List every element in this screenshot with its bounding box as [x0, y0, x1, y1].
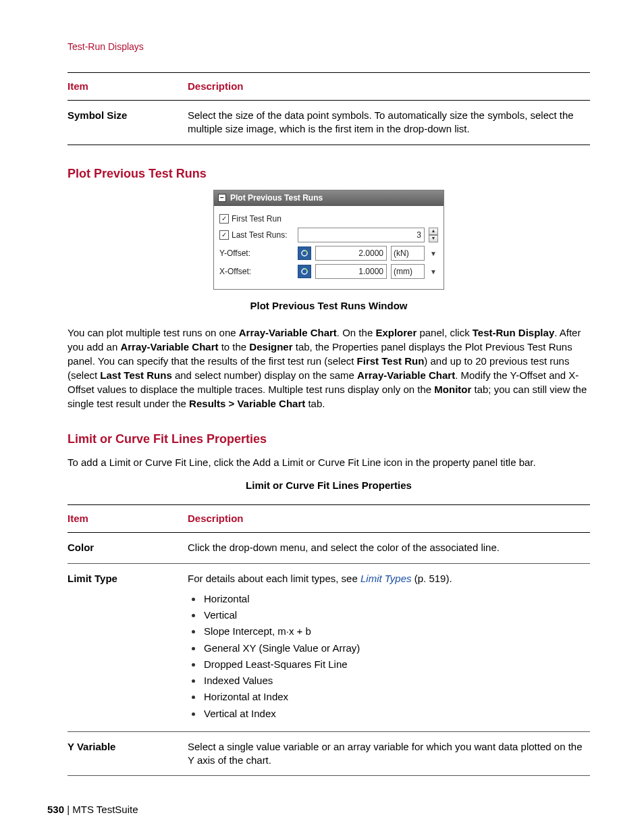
table-row: Symbol Size Select the size of the data …	[68, 101, 590, 145]
list-item: Dropped Least-Squares Fit Line	[203, 658, 585, 671]
list-item: Indexed Values	[203, 674, 585, 687]
last-test-runs-label: Last Test Runs:	[232, 230, 288, 240]
page-footer: 530 | MTS TestSuite	[47, 803, 597, 816]
list-item: General XY (Single Value or Array)	[203, 642, 585, 655]
running-header: Test-Run Displays	[68, 41, 597, 53]
table-row: Y Variable Select a single value variabl…	[68, 732, 590, 776]
table-header-description: Description	[188, 73, 590, 100]
first-test-run-label: First Test Run	[232, 213, 281, 224]
list-item: Slope Intercept, m·x + b	[203, 625, 585, 638]
description-cell: Select a single value variable or an arr…	[188, 732, 590, 776]
item-cell: Limit Type	[68, 564, 188, 731]
description-cell: For details about each limit types, see …	[188, 564, 590, 731]
rule	[68, 775, 590, 776]
table-header-description: Description	[188, 505, 590, 532]
table-header-item: Item	[68, 73, 188, 100]
list-item: Horizontal at Index	[203, 690, 585, 704]
last-test-runs-input[interactable]: 3	[298, 228, 425, 242]
x-offset-label: X-Offset:	[219, 266, 294, 277]
item-cell: Y Variable	[68, 732, 188, 776]
x-offset-picker-icon[interactable]	[298, 265, 311, 278]
spinner-control[interactable]: ▲▼	[429, 228, 438, 242]
item-cell: Color	[68, 533, 188, 563]
x-offset-unit[interactable]: (mm)	[391, 264, 425, 279]
last-test-runs-checkbox[interactable]: ✓	[219, 230, 229, 240]
collapse-icon[interactable]: −	[218, 194, 226, 202]
section-heading-plot-previous: Plot Previous Test Runs	[68, 165, 590, 182]
panel-titlebar[interactable]: − Plot Previous Test Runs	[214, 190, 444, 206]
section-heading-limit-curve: Limit or Curve Fit Lines Properties	[68, 431, 590, 447]
product-name: MTS TestSuite	[72, 804, 138, 815]
table-row: Color Click the drop-down menu, and sele…	[68, 533, 590, 563]
list-item: Vertical at Index	[203, 707, 585, 721]
plot-previous-panel: − Plot Previous Test Runs ✓ First Test R…	[213, 190, 444, 290]
panel-title-text: Plot Previous Test Runs	[230, 192, 323, 203]
limit-properties-table: Item Description Color Click the drop-do…	[68, 505, 590, 776]
y-offset-unit[interactable]: (kN)	[391, 246, 425, 261]
y-offset-picker-icon[interactable]	[298, 246, 311, 260]
description-cell: Select the size of the data point symbol…	[188, 101, 590, 145]
table-header-item: Item	[68, 505, 188, 532]
x-offset-unit-dropdown-icon[interactable]: ▼	[429, 265, 438, 278]
list-item: Horizontal	[203, 592, 585, 606]
intro-paragraph: To add a Limit or Curve Fit Line, click …	[68, 455, 590, 469]
y-offset-input[interactable]: 2.0000	[315, 246, 387, 261]
first-test-run-checkbox[interactable]: ✓	[219, 214, 229, 224]
figure-caption: Plot Previous Test Runs Window	[68, 299, 590, 313]
x-offset-input[interactable]: 1.0000	[315, 264, 387, 279]
item-cell: Symbol Size	[68, 101, 188, 145]
y-offset-unit-dropdown-icon[interactable]: ▼	[429, 246, 438, 260]
symbol-size-table: Item Description Symbol Size Select the …	[68, 73, 590, 145]
table-caption: Limit or Curve Fit Lines Properties	[68, 479, 590, 492]
table-row: Limit Type For details about each limit …	[68, 564, 590, 731]
page-number: 530	[47, 804, 64, 815]
description-cell: Click the drop-down menu, and select the…	[188, 533, 590, 563]
rule	[68, 145, 590, 145]
limit-type-list: Horizontal Vertical Slope Intercept, m·x…	[188, 592, 585, 721]
limit-types-link[interactable]: Limit Types	[360, 573, 412, 584]
body-paragraph: You can plot multiple test runs on one A…	[68, 325, 590, 411]
y-offset-label: Y-Offset:	[219, 248, 294, 259]
list-item: Vertical	[203, 608, 585, 622]
